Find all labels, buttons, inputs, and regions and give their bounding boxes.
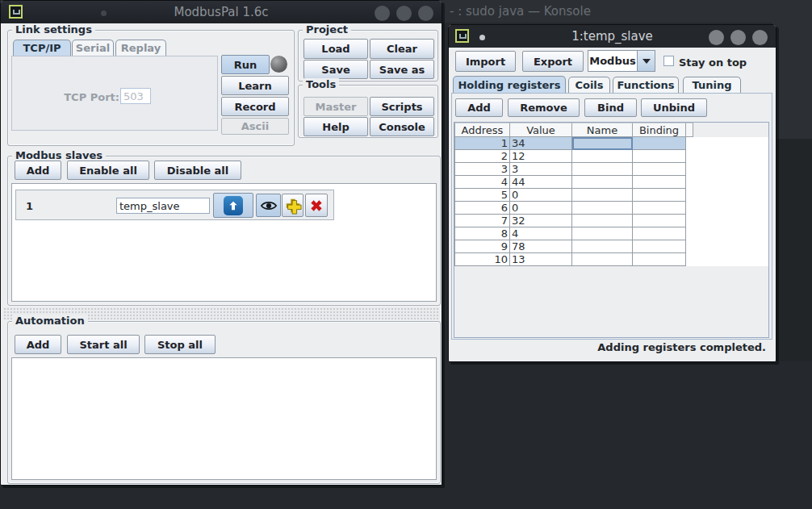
load-button[interactable]: Load xyxy=(303,39,368,59)
column-header-name[interactable]: Name xyxy=(572,123,633,137)
table-row[interactable]: 444 xyxy=(454,176,768,189)
table-cell[interactable]: 3 xyxy=(510,163,572,176)
table-cell[interactable]: 2 xyxy=(454,150,510,163)
table-cell[interactable]: 5 xyxy=(454,189,510,202)
slave-titlebar[interactable]: 1:temp_slave xyxy=(449,25,776,48)
table-cell[interactable] xyxy=(633,150,686,163)
register-unbind-button[interactable]: Unbind xyxy=(641,98,707,117)
tab-tcpip[interactable]: TCP/IP xyxy=(13,40,71,56)
disable-all-button[interactable]: Disable all xyxy=(154,161,241,180)
table-cell[interactable]: 32 xyxy=(510,215,572,227)
table-cell[interactable] xyxy=(633,240,686,253)
tcp-port-input[interactable] xyxy=(120,88,151,104)
save-as-button[interactable]: Save as xyxy=(370,60,434,79)
console-button[interactable]: Console xyxy=(370,117,434,136)
record-button[interactable]: Record xyxy=(221,97,289,116)
table-cell[interactable]: 8 xyxy=(454,227,510,240)
table-cell[interactable]: 0 xyxy=(510,202,572,215)
table-row[interactable]: 33 xyxy=(454,163,768,176)
table-cell[interactable]: 10 xyxy=(454,253,510,266)
table-cell[interactable] xyxy=(572,137,633,150)
table-cell[interactable] xyxy=(572,240,633,253)
column-header-value[interactable]: Value xyxy=(510,123,572,137)
table-row[interactable]: 134 xyxy=(454,137,768,150)
combo-dropdown-button[interactable] xyxy=(638,50,655,72)
delete-slave-button[interactable] xyxy=(305,194,328,217)
slave-add-button[interactable]: Add xyxy=(15,161,61,180)
window-button-icon[interactable] xyxy=(730,30,746,45)
learn-button[interactable]: Learn xyxy=(221,76,289,95)
table-row[interactable]: 212 xyxy=(454,150,768,163)
table-cell[interactable]: 6 xyxy=(454,202,510,215)
window-button-icon[interactable] xyxy=(709,30,724,45)
stop-all-button[interactable]: Stop all xyxy=(144,335,216,354)
table-cell[interactable]: 12 xyxy=(510,150,572,163)
tab-tuning[interactable]: Tuning xyxy=(683,77,741,94)
tab-serial[interactable]: Serial xyxy=(72,40,114,56)
window-button-icon[interactable] xyxy=(375,6,390,21)
save-button[interactable]: Save xyxy=(303,60,368,79)
table-row[interactable]: 60 xyxy=(454,202,768,215)
table-cell[interactable] xyxy=(633,227,686,240)
window-button-icon[interactable] xyxy=(396,6,412,21)
window-button-icon[interactable] xyxy=(418,6,433,21)
register-bind-button[interactable]: Bind xyxy=(584,98,637,117)
enable-all-button[interactable]: Enable all xyxy=(67,161,149,180)
table-cell[interactable]: 4 xyxy=(454,176,510,189)
table-cell[interactable] xyxy=(572,215,633,227)
run-button[interactable]: Run xyxy=(221,55,270,74)
table-cell[interactable] xyxy=(633,189,686,202)
tab-holding-registers[interactable]: Holding registers xyxy=(453,76,566,94)
table-cell[interactable]: 0 xyxy=(510,189,572,202)
table-cell[interactable] xyxy=(633,137,686,150)
table-cell[interactable] xyxy=(633,176,686,189)
table-cell[interactable] xyxy=(572,227,633,240)
window-buttons[interactable] xyxy=(375,6,433,21)
table-cell[interactable] xyxy=(572,189,633,202)
table-cell[interactable]: 34 xyxy=(510,137,572,150)
tab-coils[interactable]: Coils xyxy=(568,77,610,94)
table-cell[interactable]: 1 xyxy=(454,137,510,150)
table-cell[interactable] xyxy=(633,202,686,215)
register-add-button[interactable]: Add xyxy=(455,98,503,117)
table-cell[interactable] xyxy=(572,163,633,176)
table-cell[interactable]: 78 xyxy=(510,240,572,253)
stay-on-top-checkbox[interactable] xyxy=(663,56,674,66)
column-header-address[interactable]: Address xyxy=(454,123,510,137)
clear-button[interactable]: Clear xyxy=(370,39,434,59)
register-remove-button[interactable]: Remove xyxy=(508,98,580,117)
table-cell[interactable] xyxy=(572,253,633,266)
table-cell[interactable] xyxy=(633,163,686,176)
protocol-combo[interactable]: Modbus xyxy=(588,50,638,72)
slave-enabled-toggle[interactable] xyxy=(213,193,253,218)
konsole-titlebar[interactable]: - : sudo java — Konsole xyxy=(442,0,812,23)
table-cell[interactable] xyxy=(572,176,633,189)
export-button[interactable]: Export xyxy=(522,51,584,72)
help-button[interactable]: Help xyxy=(303,117,368,136)
column-header-binding[interactable]: Binding xyxy=(633,123,686,137)
window-button-icon[interactable] xyxy=(752,30,768,45)
tab-replay[interactable]: Replay xyxy=(115,40,166,56)
table-cell[interactable]: 7 xyxy=(454,215,510,227)
table-cell[interactable]: 44 xyxy=(510,176,572,189)
table-row[interactable]: 978 xyxy=(454,240,768,253)
table-row[interactable]: 50 xyxy=(454,189,768,202)
table-cell[interactable]: 4 xyxy=(510,227,572,240)
table-row[interactable]: 84 xyxy=(454,227,768,240)
table-cell[interactable]: 13 xyxy=(510,253,572,266)
scripts-button[interactable]: Scripts xyxy=(370,97,434,116)
window-buttons[interactable] xyxy=(709,30,768,45)
tab-functions[interactable]: Functions xyxy=(613,77,679,94)
automation-add-button[interactable]: Add xyxy=(15,335,61,354)
import-button[interactable]: Import xyxy=(455,51,516,72)
modbuspal-titlebar[interactable]: ModbusPal 1.6c xyxy=(1,1,442,23)
slave-name-input[interactable] xyxy=(116,198,210,214)
table-cell[interactable] xyxy=(572,202,633,215)
table-cell[interactable]: 9 xyxy=(454,240,510,253)
table-row[interactable]: 1013 xyxy=(454,253,768,266)
view-slave-button[interactable] xyxy=(256,194,281,217)
table-cell[interactable]: 3 xyxy=(454,163,510,176)
table-cell[interactable] xyxy=(633,215,686,227)
table-cell[interactable] xyxy=(633,253,686,266)
table-cell[interactable] xyxy=(572,150,633,163)
